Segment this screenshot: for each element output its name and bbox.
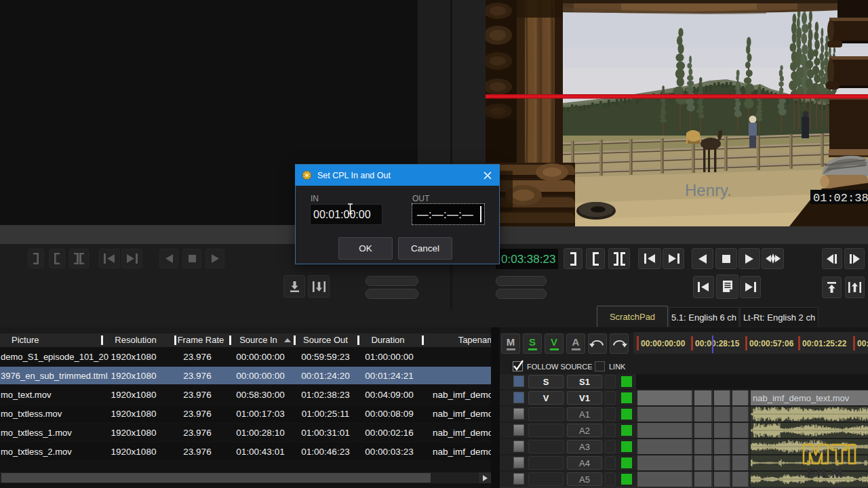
svg-text:Henry.: Henry. [685,181,732,199]
svg-text:01:02:38: 01:02:38 [813,192,868,205]
